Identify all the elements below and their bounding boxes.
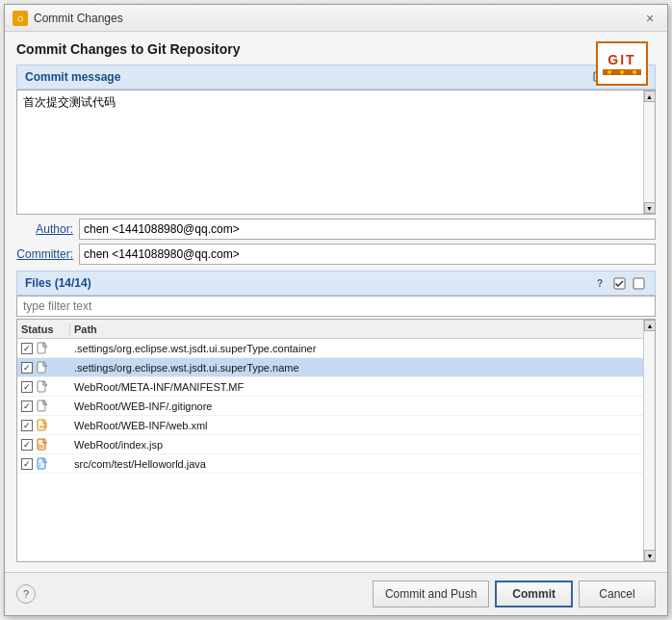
- commit-message-input[interactable]: 首次提交测试代码: [17, 90, 643, 214]
- author-row: Author:: [16, 219, 656, 240]
- table-scroll-up[interactable]: ▲: [644, 320, 656, 331]
- row-status-6: J: [17, 457, 70, 471]
- svg-text:jsp: jsp: [38, 444, 44, 449]
- files-section: Files (14/14) ?: [16, 271, 656, 562]
- row-path-2: WebRoot/META-INF/MANIFEST.MF: [70, 381, 655, 393]
- svg-text:xml: xml: [39, 424, 47, 429]
- help-button[interactable]: ?: [16, 584, 36, 604]
- message-scrollbar: ▲ ▼: [643, 90, 655, 214]
- commit-message-header: Commit message: [16, 65, 656, 90]
- commit-dialog: ⬡ Commit Changes × Commit Changes to Git…: [4, 4, 668, 616]
- file-type-icon-3: [36, 400, 49, 413]
- scroll-up-btn[interactable]: ▲: [644, 90, 656, 102]
- commit-and-push-button[interactable]: Commit and Push: [373, 581, 489, 607]
- title-bar: ⬡ Commit Changes ×: [5, 5, 667, 32]
- row-path-5: WebRoot/index.jsp: [70, 439, 655, 451]
- row-status-2: [17, 380, 70, 394]
- table-row[interactable]: .settings/org.eclipse.wst.jsdt.ui.superT…: [17, 358, 655, 377]
- scroll-track: [644, 102, 655, 202]
- file-type-icon-0: [36, 342, 49, 355]
- file-type-icon-6: J: [36, 457, 49, 471]
- commit-button[interactable]: Commit: [495, 581, 573, 607]
- uncheck-all-icon[interactable]: [630, 274, 647, 292]
- svg-text:J: J: [39, 463, 40, 468]
- commit-message-area: 首次提交测试代码 ▲ ▼: [16, 90, 656, 215]
- files-table: Status Path .settings/org.eclipse.wst.j: [16, 319, 656, 562]
- committer-label[interactable]: Committer:: [16, 247, 79, 261]
- files-header: Files (14/14) ?: [16, 271, 656, 296]
- row-checkbox-1[interactable]: [21, 362, 33, 374]
- files-section-label: Files (14/14): [25, 276, 91, 290]
- committer-input[interactable]: [79, 244, 656, 265]
- table-row[interactable]: xml WebRoot/WEB-INF/web.xml: [17, 416, 655, 435]
- file-type-icon-1: [36, 361, 49, 375]
- author-label[interactable]: Author:: [16, 222, 79, 236]
- file-type-icon-2: [36, 380, 49, 394]
- table-row[interactable]: WebRoot/META-INF/MANIFEST.MF: [17, 377, 655, 397]
- row-path-1: .settings/org.eclipse.wst.jsdt.ui.superT…: [70, 362, 655, 374]
- file-type-icon-5: jsp: [36, 438, 49, 452]
- git-logo: GIT: [596, 41, 648, 86]
- table-row[interactable]: WebRoot/WEB-INF/.gitignore: [17, 397, 655, 416]
- table-body: .settings/org.eclipse.wst.jsdt.ui.superT…: [17, 339, 655, 561]
- commit-message-label: Commit message: [25, 70, 120, 84]
- svg-rect-12: [633, 278, 644, 289]
- row-status-1: [17, 361, 70, 375]
- table-scrollbar: ▲ ▼: [643, 320, 655, 561]
- svg-text:⬡: ⬡: [17, 15, 23, 22]
- row-checkbox-2[interactable]: [21, 381, 33, 393]
- footer-buttons: Commit and Push Commit Cancel: [373, 581, 656, 607]
- scroll-down-btn[interactable]: ▼: [644, 202, 656, 214]
- row-checkbox-0[interactable]: [21, 343, 33, 354]
- table-scroll-down[interactable]: ▼: [644, 550, 656, 561]
- path-column-header: Path: [70, 323, 643, 335]
- dialog-title-bar: Commit Changes: [34, 12, 640, 25]
- files-help-icon[interactable]: ?: [591, 274, 608, 292]
- row-checkbox-3[interactable]: [21, 400, 33, 412]
- row-path-6: src/com/test/Helloworld.java: [70, 458, 655, 470]
- row-checkbox-5[interactable]: [21, 439, 33, 451]
- row-status-4: xml: [17, 419, 70, 432]
- row-checkbox-6[interactable]: [21, 458, 33, 470]
- row-status-0: [17, 342, 70, 355]
- status-column-header: Status: [17, 323, 70, 335]
- files-toolbar: ?: [591, 274, 647, 292]
- dialog-footer: ? Commit and Push Commit Cancel: [5, 572, 667, 615]
- file-type-icon-4: xml: [36, 419, 49, 432]
- row-path-3: WebRoot/WEB-INF/.gitignore: [70, 400, 655, 412]
- committer-row: Committer:: [16, 244, 656, 265]
- row-status-3: [17, 400, 70, 413]
- check-all-icon[interactable]: [610, 274, 628, 292]
- row-path-4: WebRoot/WEB-INF/web.xml: [70, 420, 655, 431]
- author-input[interactable]: [79, 219, 656, 240]
- table-header: Status Path: [17, 320, 655, 339]
- dialog-icon: ⬡: [13, 11, 28, 26]
- row-path-0: .settings/org.eclipse.wst.jsdt.ui.superT…: [70, 343, 655, 354]
- cancel-button[interactable]: Cancel: [579, 581, 656, 607]
- row-status-5: jsp: [17, 438, 70, 452]
- close-button[interactable]: ×: [640, 9, 659, 28]
- row-checkbox-4[interactable]: [21, 420, 33, 431]
- table-row[interactable]: jsp WebRoot/index.jsp: [17, 435, 655, 454]
- table-row[interactable]: .settings/org.eclipse.wst.jsdt.ui.superT…: [17, 339, 655, 358]
- filter-input[interactable]: [16, 296, 656, 317]
- dialog-body: Commit Changes to Git Repository GIT Com…: [5, 32, 667, 572]
- table-row[interactable]: J src/com/test/Helloworld.java: [17, 454, 655, 474]
- dialog-heading: Commit Changes to Git Repository: [16, 41, 656, 57]
